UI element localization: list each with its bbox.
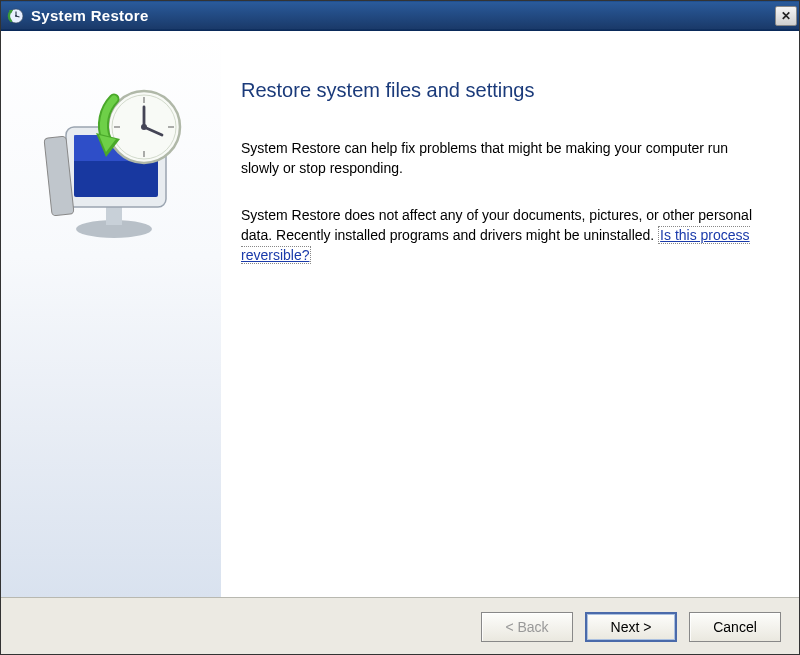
page-heading: Restore system files and settings (241, 79, 761, 102)
close-icon: ✕ (781, 9, 791, 23)
system-restore-icon (26, 81, 196, 251)
next-button[interactable]: Next > (585, 612, 677, 642)
window-title: System Restore (31, 7, 149, 24)
title-bar: System Restore ✕ (1, 1, 799, 31)
svg-point-4 (15, 15, 17, 17)
cancel-button[interactable]: Cancel (689, 612, 781, 642)
title-left-group: System Restore (7, 7, 149, 25)
intro-paragraph: System Restore can help fix problems tha… (241, 138, 761, 179)
svg-point-19 (141, 124, 147, 130)
back-button: < Back (481, 612, 573, 642)
system-restore-app-icon (7, 7, 25, 25)
wizard-body: Restore system files and settings System… (1, 31, 799, 597)
wizard-sidebar (1, 31, 221, 597)
wizard-footer: < Back Next > Cancel (1, 597, 799, 655)
close-button[interactable]: ✕ (775, 6, 797, 26)
detail-paragraph: System Restore does not affect any of yo… (241, 205, 761, 266)
wizard-content: Restore system files and settings System… (221, 31, 799, 597)
